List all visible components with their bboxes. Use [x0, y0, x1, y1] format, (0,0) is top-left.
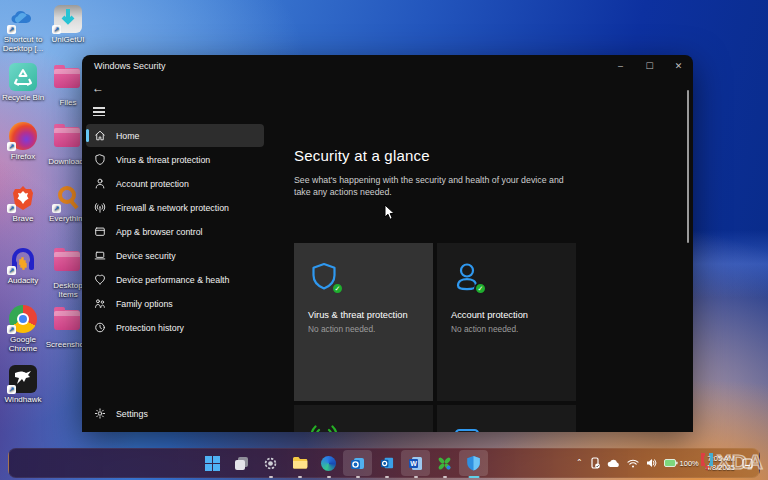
running-indicator — [269, 476, 273, 479]
shortcut-arrow-badge: ↗ — [7, 142, 16, 151]
file-explorer-button[interactable] — [285, 450, 314, 476]
shortcut-arrow-badge: ↗ — [7, 385, 16, 394]
sidebar-item-firewall-network-protection[interactable]: Firewall & network protection — [86, 196, 264, 219]
window-titlebar[interactable]: Windows Security – ☐ ✕ — [82, 55, 693, 77]
word-button[interactable]: W — [401, 450, 430, 476]
sidebar-item-app-browser-control[interactable]: App & browser control — [86, 220, 264, 243]
desktop-icon-unigetui[interactable]: ↗ UniGetUI — [45, 5, 91, 44]
sidebar-item-protection-history[interactable]: Protection history — [86, 316, 264, 339]
outlook-classic-icon — [380, 456, 394, 470]
main-content: Security at a glance See what's happenin… — [280, 123, 685, 432]
sidebar-item-settings[interactable]: Settings — [86, 402, 256, 425]
windows-security-window: Windows Security – ☐ ✕ ← Home Virus & th… — [82, 55, 693, 432]
onedrive-tray-icon[interactable] — [607, 459, 620, 468]
desktop-icon-windhawk[interactable]: ↗ Windhawk — [0, 365, 46, 404]
search-magnifier-icon: ↗ — [54, 184, 82, 212]
gear-icon — [94, 407, 106, 420]
sidebar-item-family-options[interactable]: Family options — [86, 292, 264, 315]
desktop-icon-firefox[interactable]: ↗ Firefox — [0, 122, 46, 161]
sidebar-item-label: Firewall & network protection — [116, 203, 229, 213]
mouse-cursor — [384, 204, 396, 221]
running-indicator — [385, 476, 389, 479]
sidebar-item-label: App & browser control — [116, 227, 203, 237]
card-title: Virus & threat protection — [308, 309, 419, 321]
desktop-icon-shortcut-to-desktop[interactable]: ↗ Shortcut to Desktop [... — [0, 5, 46, 53]
running-indicator — [443, 476, 447, 479]
task-view-icon — [234, 456, 249, 471]
desktop-icon-brave[interactable]: ↗ Brave — [0, 184, 46, 223]
notification-icon[interactable] — [742, 458, 753, 469]
card-virus-threat-protection[interactable]: ✓ Virus & threat protection No action ne… — [294, 243, 433, 401]
back-button[interactable]: ← — [92, 81, 104, 95]
edge-icon — [321, 456, 336, 471]
desktop-icon-recycle-bin[interactable]: Recycle Bin — [0, 63, 46, 102]
chrome-icon: ↗ — [9, 305, 37, 333]
sidebar-item-account-protection[interactable]: Account protection — [86, 172, 264, 195]
folder-icon — [54, 127, 82, 155]
card-app-browser-control[interactable]: ✓ App & browser control No action needed… — [437, 405, 576, 432]
security-cards-grid: ✓ Virus & threat protection No action ne… — [294, 243, 577, 432]
word-icon: W — [408, 456, 423, 471]
edge-button[interactable] — [314, 450, 343, 476]
unigetui-icon: ↗ — [54, 5, 82, 33]
sidebar-item-label: Device security — [116, 251, 176, 261]
tray-chevron-up-icon[interactable]: ⌃ — [576, 458, 583, 467]
firefox-icon: ↗ — [9, 122, 37, 150]
onedrive-cloud-icon: ↗ — [9, 5, 37, 33]
green-pinwheel-app-button[interactable] — [430, 450, 459, 476]
running-indicator — [414, 476, 418, 479]
green-pinwheel-icon — [437, 456, 452, 471]
desktop-icon-label: Recycle Bin — [0, 93, 46, 102]
battery-indicator[interactable]: 100% — [664, 459, 699, 468]
card-status: No action needed. — [308, 324, 419, 334]
shortcut-arrow-badge: ↗ — [52, 25, 61, 34]
wifi-icon[interactable] — [627, 459, 639, 468]
card-account-protection[interactable]: ✓ Account protection No action needed. — [437, 243, 576, 401]
outlook-new-button[interactable] — [343, 450, 372, 476]
sidebar-item-label: Device performance & health — [116, 275, 229, 285]
person-icon — [94, 177, 106, 190]
check-badge-icon: ✓ — [474, 282, 487, 295]
laptop-icon — [94, 249, 106, 262]
usb-device-icon[interactable] — [590, 457, 600, 469]
speaker-icon[interactable] — [646, 458, 657, 468]
taskbar: W ⌃ 100% 7:05 AM 4/8/2025 — [8, 448, 760, 478]
maximize-button[interactable]: ☐ — [635, 55, 664, 77]
sidebar-item-label: Protection history — [116, 323, 184, 333]
minimize-button[interactable]: – — [606, 55, 635, 77]
desktop-icon-audacity[interactable]: ↗ Audacity — [0, 246, 46, 285]
sidebar-item-home[interactable]: Home — [86, 124, 264, 147]
sidebar-item-device-security[interactable]: Device security — [86, 244, 264, 267]
folder-icon — [54, 68, 82, 96]
windows-logo-icon — [205, 456, 220, 471]
network-antenna-icon — [94, 201, 106, 214]
card-firewall-network-protection[interactable]: ✓ Firewall & network protection No actio… — [294, 405, 433, 432]
home-icon — [94, 129, 106, 142]
sidebar-item-label: Virus & threat protection — [116, 155, 210, 165]
desktop-icon-google-chrome[interactable]: ↗ Google Chrome — [0, 305, 46, 353]
taskbar-settings-button[interactable] — [256, 450, 285, 476]
window-title: Windows Security — [94, 61, 166, 71]
sidebar-item-device-performance-health[interactable]: Device performance & health — [86, 268, 264, 291]
close-button[interactable]: ✕ — [664, 55, 693, 77]
audacity-icon: ↗ — [9, 246, 37, 274]
menu-hamburger-button[interactable] — [93, 105, 105, 119]
task-view-button[interactable] — [227, 450, 256, 476]
shield-icon — [94, 153, 106, 166]
shortcut-arrow-badge: ↗ — [52, 204, 61, 213]
battery-percent: 100% — [680, 459, 699, 468]
outlook-classic-button[interactable] — [372, 450, 401, 476]
shortcut-arrow-badge: ↗ — [7, 325, 16, 334]
shortcut-arrow-badge: ↗ — [7, 204, 16, 213]
vertical-scrollbar[interactable] — [687, 90, 689, 243]
sidebar-item-label: Settings — [116, 409, 148, 419]
desktop-icon-label: Shortcut to Desktop [... — [0, 35, 46, 53]
windows-security-taskbar-button[interactable] — [459, 450, 488, 476]
app-window-icon — [94, 225, 106, 238]
tray-clock[interactable]: 7:05 AM 4/8/2025 — [706, 454, 735, 472]
history-clock-icon — [94, 321, 106, 334]
running-indicator — [298, 476, 302, 479]
desktop-icon-label: Audacity — [0, 276, 46, 285]
start-button[interactable] — [198, 450, 227, 476]
sidebar-item-virus-threat-protection[interactable]: Virus & threat protection — [86, 148, 264, 171]
